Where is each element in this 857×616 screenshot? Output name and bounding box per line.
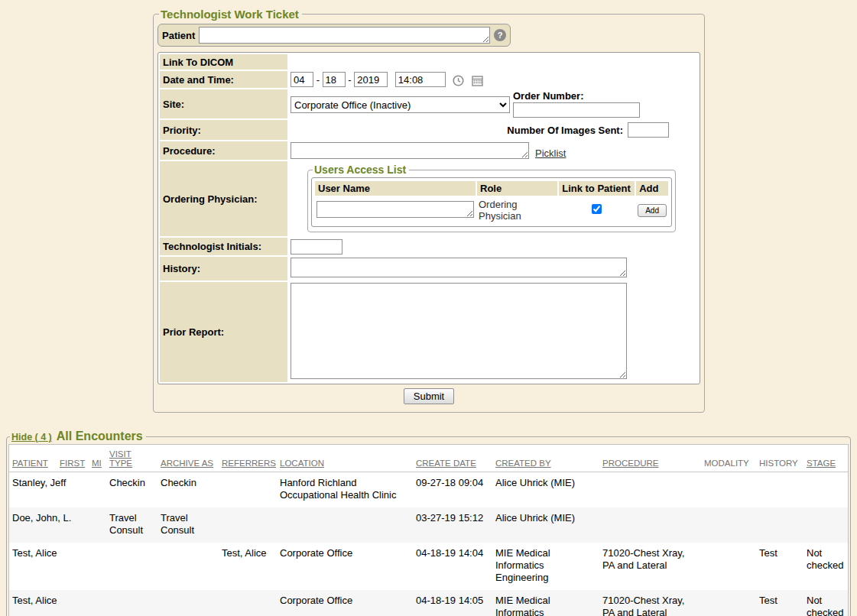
cell-create-date: 09-27-18 09:04	[413, 472, 492, 508]
cell-stage	[803, 507, 848, 543]
all-encounters-title: All Encounters	[57, 430, 143, 443]
patient-input[interactable]	[199, 27, 490, 44]
cell-modality	[701, 543, 756, 590]
cell-procedure	[599, 507, 701, 543]
cell-visit-type	[106, 590, 157, 616]
cell-history	[756, 507, 803, 543]
history-label: History:	[160, 257, 287, 280]
cell-location: Corporate Office	[277, 543, 413, 590]
cell-archive-as: Travel Consult	[157, 507, 219, 543]
col-header-referrers[interactable]: REFERRERS	[219, 445, 277, 472]
cell-visit-type: Travel Consult	[106, 507, 157, 543]
encounters-table-box: PATIENT FIRST MI VISIT TYPE ARCHIVE AS R…	[8, 444, 849, 616]
col-header-visit-type[interactable]: VISIT TYPE	[106, 445, 157, 472]
cell-archive-as: Checkin	[157, 472, 219, 508]
cell-first	[57, 590, 89, 616]
date-month-input[interactable]	[291, 72, 313, 87]
clock-icon[interactable]	[453, 74, 464, 86]
cell-mi	[89, 590, 106, 616]
time-input[interactable]	[395, 72, 446, 87]
add-user-button[interactable]: Add	[638, 204, 667, 217]
ual-header-add: Add	[636, 181, 668, 196]
cell-visit-type	[106, 543, 157, 590]
history-input[interactable]	[291, 258, 627, 277]
col-header-location[interactable]: LOCATION	[277, 445, 413, 472]
encounter-row[interactable]: Stanley, Jeff Checkin Checkin Hanford Ri…	[9, 472, 848, 508]
cell-location: Hanford Richland Occupational Health Cli…	[277, 472, 413, 508]
order-number-input[interactable]	[513, 102, 640, 118]
cell-patient: Stanley, Jeff	[9, 472, 57, 508]
cell-stage: Not checked	[803, 543, 848, 590]
date-day-input[interactable]	[323, 72, 346, 87]
ordering-physician-label: Ordering Physician:	[160, 161, 287, 236]
cell-referrers	[219, 507, 277, 543]
col-header-mi[interactable]: MI	[89, 445, 106, 472]
col-header-history: HISTORY	[756, 445, 803, 472]
cell-first	[57, 543, 89, 590]
tech-initials-input[interactable]	[291, 239, 342, 255]
cell-created-by: MIE Medical Informatics Engineering	[492, 590, 599, 616]
calendar-icon[interactable]	[472, 74, 483, 86]
col-header-modality: MODALITY	[701, 445, 756, 472]
encounter-row[interactable]: Doe, John, L. Travel Consult Travel Cons…	[9, 507, 848, 543]
cell-procedure: 71020-Chest Xray, PA and Lateral	[599, 543, 701, 590]
cell-location: Corporate Office	[277, 590, 413, 616]
link-to-dicom-label: Link To DICOM	[160, 54, 287, 70]
cell-create-date: 04-18-19 14:04	[413, 543, 492, 590]
cell-location	[277, 507, 413, 543]
cell-patient: Doe, John, L.	[9, 507, 57, 543]
procedure-label: Procedure:	[160, 141, 287, 160]
encounter-row[interactable]: Test, Alice Corporate Office 04-18-19 14…	[9, 590, 848, 616]
submit-button[interactable]: Submit	[404, 388, 454, 404]
images-sent-label: Number Of Images Sent:	[507, 125, 623, 136]
col-header-stage[interactable]: STAGE	[803, 445, 848, 472]
cell-history	[756, 472, 803, 508]
tech-initials-label: Technologist Initials:	[160, 238, 287, 255]
cell-modality	[701, 507, 756, 543]
col-header-create-date[interactable]: CREATE DATE	[413, 445, 492, 472]
cell-history: Test	[756, 543, 803, 590]
date-year-input[interactable]	[354, 72, 388, 87]
help-icon[interactable]: ?	[494, 29, 506, 41]
cell-modality	[701, 590, 756, 616]
col-header-created-by[interactable]: CREATED BY	[492, 445, 599, 472]
encounters-table: PATIENT FIRST MI VISIT TYPE ARCHIVE AS R…	[9, 445, 848, 616]
ual-header-link-to-patient: Link to Patient	[559, 181, 635, 196]
picklist-link[interactable]: Picklist	[535, 148, 566, 159]
encounters-header-row: PATIENT FIRST MI VISIT TYPE ARCHIVE AS R…	[9, 445, 848, 472]
cell-visit-type: Checkin	[106, 472, 157, 508]
work-ticket-panel: Technologist Work Ticket Patient ? Link …	[153, 8, 705, 413]
cell-archive-as	[157, 543, 219, 590]
link-to-patient-checkbox[interactable]	[592, 204, 602, 214]
cell-referrers	[219, 590, 277, 616]
cell-archive-as	[157, 590, 219, 616]
prior-report-input[interactable]	[291, 283, 627, 379]
cell-stage: Not checked	[803, 590, 848, 616]
cell-created-by: Alice Uhrick (MIE)	[492, 472, 599, 508]
encounter-row[interactable]: Test, Alice Test, Alice Corporate Office…	[9, 543, 848, 590]
priority-label: Priority:	[160, 120, 287, 140]
cell-referrers: Test, Alice	[219, 543, 277, 590]
col-header-procedure[interactable]: PROCEDURE	[599, 445, 701, 472]
cell-create-date: 04-18-19 14:05	[413, 590, 492, 616]
hide-encounters-link[interactable]: Hide ( 4 )	[11, 432, 52, 443]
users-access-list-panel: Users Access List User Name Role Link to…	[307, 164, 676, 232]
images-sent-input[interactable]	[628, 122, 669, 138]
site-select[interactable]: Corporate Office (Inactive)	[291, 96, 510, 113]
date-separator: -	[348, 74, 351, 86]
user-name-input[interactable]	[317, 201, 474, 218]
cell-created-by: Alice Uhrick (MIE)	[492, 507, 599, 543]
work-ticket-form: Link To DICOM Date and Time: - -	[157, 52, 700, 384]
col-header-patient[interactable]: PATIENT	[9, 445, 57, 472]
procedure-input[interactable]	[291, 142, 529, 159]
ual-header-user-name: User Name	[315, 181, 476, 196]
cell-referrers	[219, 472, 277, 508]
site-label: Site:	[160, 89, 287, 118]
patient-label: Patient	[162, 30, 195, 41]
cell-procedure: 71020-Chest Xray, PA and Lateral	[599, 590, 701, 616]
col-header-first[interactable]: FIRST	[57, 445, 89, 472]
cell-mi	[89, 472, 106, 508]
col-header-archive-as[interactable]: ARCHIVE AS	[157, 445, 219, 472]
cell-patient: Test, Alice	[9, 543, 57, 590]
work-ticket-title: Technologist Work Ticket	[159, 8, 302, 21]
